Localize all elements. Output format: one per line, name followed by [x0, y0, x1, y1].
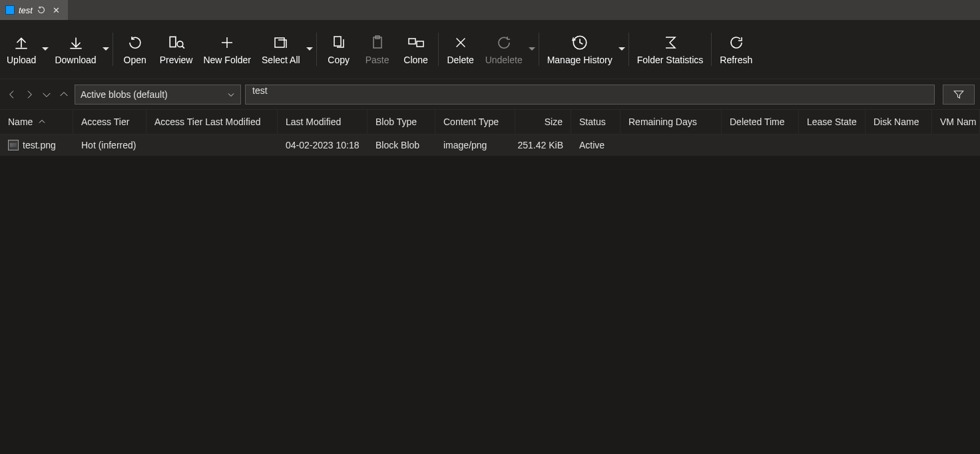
col-lease-state[interactable]: Lease State [799, 110, 865, 134]
svg-rect-6 [409, 39, 415, 44]
svg-rect-7 [417, 41, 423, 47]
svg-point-1 [177, 41, 183, 47]
cell-last-modified: 04-02-2023 10:18 [278, 140, 368, 150]
col-content-type[interactable]: Content Type [435, 110, 515, 134]
view-mode-value: Active blobs (default) [81, 89, 168, 100]
cell-blob-type: Block Blob [368, 140, 435, 150]
col-last-modified[interactable]: Last Modified [278, 110, 368, 134]
table-row[interactable]: test.png Hot (inferred) 04-02-2023 10:18… [0, 134, 980, 156]
col-remaining-days[interactable]: Remaining Days [620, 110, 722, 134]
undelete-label: Undelete [485, 55, 523, 65]
delete-button[interactable]: Delete [441, 23, 480, 76]
undelete-dropdown[interactable] [528, 23, 536, 76]
download-button[interactable]: Download [49, 23, 101, 76]
open-button[interactable]: Open [116, 23, 154, 76]
toolbar-separator [628, 33, 629, 66]
folder-statistics-button[interactable]: Folder Statistics [632, 23, 709, 76]
col-access-tier-label: Access Tier [81, 116, 129, 127]
download-dropdown[interactable] [102, 23, 110, 76]
cell-name: test.png [0, 140, 73, 150]
manage-history-dropdown[interactable] [618, 23, 626, 76]
svg-rect-2 [275, 38, 284, 47]
toolbar-separator [113, 33, 113, 66]
copy-button[interactable]: Copy [320, 23, 358, 76]
col-deleted-time[interactable]: Deleted Time [722, 110, 799, 134]
col-disk-name[interactable]: Disk Name [865, 110, 932, 134]
upload-button[interactable]: Upload [1, 23, 41, 76]
cell-content-type: image/png [435, 140, 515, 150]
filter-button[interactable] [943, 85, 975, 105]
upload-icon [12, 33, 31, 52]
download-icon [67, 33, 85, 52]
chevron-down-icon [227, 91, 235, 99]
preview-icon [167, 33, 186, 52]
col-size[interactable]: Size [515, 110, 571, 134]
delete-icon [451, 33, 470, 52]
undelete-button: Undelete [480, 23, 528, 76]
tab-test[interactable]: test ✕ [0, 0, 68, 20]
col-access-tier-lm-label: Access Tier Last Modified [154, 116, 261, 127]
sigma-icon [661, 33, 680, 52]
col-access-tier[interactable]: Access Tier [73, 110, 146, 134]
select-all-dropdown[interactable] [306, 23, 314, 76]
close-tab-icon[interactable]: ✕ [50, 5, 63, 15]
refresh-button[interactable]: Refresh [714, 23, 758, 76]
cell-access-tier-value: Hot (inferred) [81, 140, 136, 150]
col-blob-type-label: Blob Type [375, 116, 417, 127]
new-folder-icon [218, 33, 236, 52]
cell-content-type-value: image/png [443, 140, 487, 150]
clone-button[interactable]: Clone [397, 23, 435, 76]
preview-button[interactable]: Preview [154, 23, 198, 76]
nav-back-icon[interactable] [5, 87, 19, 103]
upload-dropdown[interactable] [41, 23, 49, 76]
col-status[interactable]: Status [571, 110, 620, 134]
new-folder-button[interactable]: New Folder [198, 23, 256, 76]
refresh-icon [727, 33, 746, 52]
toolbar-separator [539, 33, 539, 66]
cell-blob-type-value: Block Blob [375, 140, 419, 150]
delete-label: Delete [447, 55, 473, 65]
select-all-button[interactable]: Select All [256, 23, 306, 76]
blob-table: Name Access Tier Access Tier Last Modifi… [0, 109, 980, 454]
container-icon [5, 5, 15, 15]
paste-label: Paste [366, 55, 389, 65]
select-all-label: Select All [262, 55, 300, 65]
nav-down-icon[interactable] [40, 87, 53, 103]
manage-history-label: Manage History [547, 55, 612, 65]
cell-status: Active [571, 140, 620, 150]
navigation-bar: Active blobs (default) [0, 79, 980, 109]
breadcrumb-field[interactable] [252, 85, 927, 96]
image-file-icon [8, 140, 19, 150]
tab-bar: test ✕ [0, 0, 980, 20]
open-icon [126, 33, 144, 52]
toolbar-separator [438, 33, 439, 66]
preview-label: Preview [160, 55, 193, 65]
table-header: Name Access Tier Access Tier Last Modifi… [0, 109, 980, 134]
col-content-type-label: Content Type [443, 116, 499, 127]
cell-last-modified-value: 04-02-2023 10:18 [286, 140, 360, 150]
col-disk-name-label: Disk Name [873, 116, 919, 127]
manage-history-button[interactable]: Manage History [542, 23, 618, 76]
view-mode-select[interactable]: Active blobs (default) [75, 85, 241, 105]
cell-size: 251.42 KiB [515, 140, 571, 150]
toolbar: Upload Download Open Preview New Folder [0, 20, 980, 79]
cell-name-value: test.png [23, 140, 56, 150]
col-blob-type[interactable]: Blob Type [368, 110, 435, 134]
clone-icon [407, 33, 425, 52]
svg-rect-3 [334, 37, 341, 46]
nav-forward-icon[interactable] [23, 87, 36, 103]
col-remaining-days-label: Remaining Days [628, 116, 697, 127]
breadcrumb-input[interactable] [245, 85, 935, 105]
paste-button: Paste [358, 23, 397, 76]
paste-icon [368, 33, 387, 52]
select-all-icon [272, 33, 290, 52]
col-vm-name[interactable]: VM Nam [932, 110, 980, 134]
tab-title: test [19, 5, 33, 15]
clone-label: Clone [403, 55, 428, 65]
filter-icon [953, 89, 965, 101]
col-access-tier-lm[interactable]: Access Tier Last Modified [146, 110, 278, 134]
col-status-label: Status [579, 116, 606, 127]
nav-up-icon[interactable] [57, 87, 71, 103]
cell-access-tier: Hot (inferred) [73, 140, 146, 150]
col-name[interactable]: Name [0, 110, 73, 134]
